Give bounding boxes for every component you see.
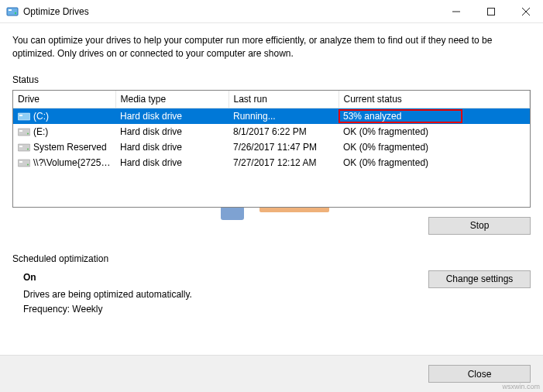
minimize-button[interactable] xyxy=(438,0,473,23)
drives-table[interactable]: Drive Media type Last run Current status… xyxy=(13,91,530,170)
sched-label: Scheduled optimization xyxy=(12,253,531,264)
cell-drive: (C:) xyxy=(13,108,115,124)
table-header-row: Drive Media type Last run Current status xyxy=(13,91,530,108)
stop-button[interactable]: Stop xyxy=(428,217,531,235)
source-watermark: wsxwin.com xyxy=(502,383,540,390)
svg-rect-12 xyxy=(18,113,30,120)
svg-rect-20 xyxy=(18,160,30,167)
cell-drive: (E:) xyxy=(13,124,115,139)
svg-rect-18 xyxy=(19,146,22,147)
col-media[interactable]: Media type xyxy=(115,91,229,108)
col-lastrun[interactable]: Last run xyxy=(229,91,339,108)
cell-status: OK (0% fragmented) xyxy=(339,155,530,170)
col-status[interactable]: Current status xyxy=(339,91,530,108)
table-row[interactable]: (E:)Hard disk drive8/1/2017 6:22 PMOK (0… xyxy=(13,124,530,139)
svg-rect-0 xyxy=(7,8,18,15)
table-row[interactable]: (C:)Hard disk driveRunning...53% analyze… xyxy=(13,108,530,124)
status-label: Status xyxy=(12,74,531,85)
svg-point-19 xyxy=(27,149,29,150)
svg-rect-17 xyxy=(18,144,30,151)
drives-table-container: Drive Media type Last run Current status… xyxy=(12,90,531,208)
titlebar: Optimize Drives xyxy=(0,0,543,23)
svg-rect-21 xyxy=(19,161,22,163)
footer-bar: Close xyxy=(0,355,543,392)
cell-media: Hard disk drive xyxy=(115,155,229,170)
table-row[interactable]: System ReservedHard disk drive7/26/2017 … xyxy=(13,139,530,155)
cell-status: OK (0% fragmented) xyxy=(339,139,530,155)
action-buttons: Stop xyxy=(12,217,531,235)
cell-lastrun: 7/27/2017 12:12 AM xyxy=(229,155,339,170)
svg-rect-13 xyxy=(19,115,22,116)
svg-point-22 xyxy=(27,164,29,166)
col-drive[interactable]: Drive xyxy=(13,91,115,108)
cell-media: Hard disk drive xyxy=(115,124,229,139)
cell-drive: \\?\Volume{27258З... xyxy=(13,155,115,170)
svg-rect-14 xyxy=(18,129,30,136)
description-text: You can optimize your drives to help you… xyxy=(12,34,531,60)
svg-rect-15 xyxy=(19,130,22,132)
sched-on: On xyxy=(23,270,428,285)
svg-point-16 xyxy=(27,133,29,135)
change-settings-button[interactable]: Change settings xyxy=(428,270,531,288)
cell-status: OK (0% fragmented) xyxy=(339,124,530,139)
window-controls xyxy=(438,0,543,22)
svg-rect-1 xyxy=(9,9,12,11)
cell-lastrun: Running... xyxy=(229,108,339,124)
sched-line2: Frequency: Weekly xyxy=(23,302,428,317)
sched-text: On Drives are being optimized automatica… xyxy=(23,270,428,317)
cell-lastrun: 7/26/2017 11:47 PM xyxy=(229,139,339,155)
svg-point-2 xyxy=(15,12,16,13)
close-dialog-button[interactable]: Close xyxy=(428,365,531,383)
cell-media: Hard disk drive xyxy=(115,139,229,155)
scheduled-optimization-section: Scheduled optimization On Drives are bei… xyxy=(12,253,531,317)
maximize-button[interactable] xyxy=(473,0,508,23)
cell-status: 53% analyzed xyxy=(339,108,530,124)
cell-lastrun: 8/1/2017 6:22 PM xyxy=(229,124,339,139)
svg-rect-4 xyxy=(487,9,494,15)
cell-drive: System Reserved xyxy=(13,139,115,155)
close-button[interactable] xyxy=(508,0,543,23)
table-row[interactable]: \\?\Volume{27258З...Hard disk drive7/27/… xyxy=(13,155,530,170)
sched-line1: Drives are being optimized automatically… xyxy=(23,287,428,302)
content-area: You can optimize your drives to help you… xyxy=(0,23,543,325)
window-title: Optimize Drives xyxy=(23,6,438,17)
cell-media: Hard disk drive xyxy=(115,108,229,124)
app-icon xyxy=(6,5,19,18)
